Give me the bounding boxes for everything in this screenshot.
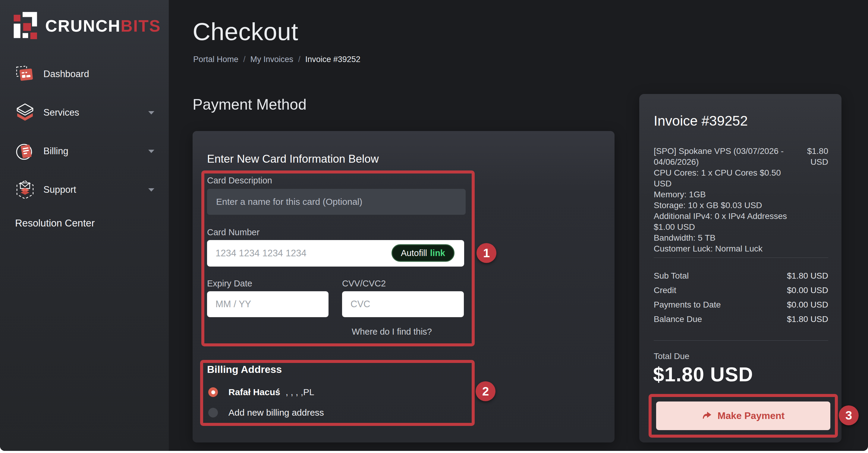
breadcrumb-separator: /	[243, 55, 246, 64]
billing-address-detail: , , , ,PL	[286, 387, 314, 397]
add-billing-address-label: Add new billing address	[228, 408, 324, 418]
breadcrumb-separator: /	[298, 55, 301, 64]
divider	[654, 258, 828, 258]
sidebar-item-label: Support	[43, 184, 76, 195]
card-number-label: Card Number	[207, 227, 259, 237]
card-form-panel: Enter New Card Information Below Card De…	[193, 131, 615, 443]
subtotal-row: Sub Total $1.80 USD	[654, 269, 828, 283]
radio-unselected-icon[interactable]	[208, 408, 218, 417]
invoice-summary-panel: Invoice #39252 [SPO] Spokane VPS (03/07/…	[639, 94, 841, 443]
sidebar-item-support[interactable]: Support	[0, 170, 169, 209]
sidebar-item-billing[interactable]: Billing	[0, 132, 169, 170]
annotation-badge-3: 3	[839, 406, 859, 425]
credit-row: Credit $0.00 USD	[654, 283, 828, 298]
sidebar-item-label: Dashboard	[43, 69, 89, 79]
chevron-down-icon	[148, 188, 154, 192]
chevron-down-icon	[148, 150, 154, 153]
autofill-brand: link	[430, 248, 445, 258]
breadcrumb: Portal Home / My Invoices / Invoice #392…	[193, 55, 361, 64]
cvc-input[interactable]	[342, 291, 464, 317]
card-description-input[interactable]	[207, 189, 466, 215]
billing-address-name: Rafał Hacuś	[228, 387, 280, 397]
make-payment-label: Make Payment	[718, 410, 784, 421]
card-form-title: Enter New Card Information Below	[207, 153, 379, 165]
sidebar-resolution-center: Resolution Center	[0, 209, 169, 229]
crunchbits-logo-text: CRUNCHBITS	[45, 16, 161, 36]
total-due-value: $1.80 USD	[653, 363, 753, 386]
cvc-field	[342, 291, 464, 317]
invoice-line-item: [SPO] Spokane VPS (03/07/2026 - 04/06/20…	[654, 146, 828, 254]
payment-method-heading: Payment Method	[193, 96, 307, 113]
sidebar-nav: Dashboard Services	[0, 55, 169, 209]
billing-address-option-existing[interactable]: Rafał Hacuś , , , ,PL	[208, 387, 314, 397]
breadcrumb-current: Invoice #39252	[305, 55, 361, 64]
autofill-label: Autofill	[401, 248, 427, 258]
expiry-date-label: Expiry Date	[207, 279, 252, 289]
crunchbits-logo-icon	[12, 11, 40, 40]
expiry-date-field	[207, 291, 329, 317]
support-icon	[15, 180, 35, 200]
invoice-title: Invoice #39252	[654, 112, 748, 129]
card-number-field: Autofill link	[207, 240, 464, 266]
invoice-totals: Sub Total $1.80 USD Credit $0.00 USD Pay…	[654, 269, 828, 326]
resolution-center-link[interactable]: Resolution Center	[15, 218, 95, 229]
app-window: CRUNCHBITS Dashboard	[0, 0, 868, 451]
total-due-label: Total Due	[654, 352, 689, 361]
cvv-label: CVV/CVC2	[342, 279, 386, 289]
annotation-badge-2: 2	[475, 381, 495, 401]
breadcrumb-my-invoices[interactable]: My Invoices	[250, 55, 293, 64]
sidebar: CRUNCHBITS Dashboard	[0, 0, 169, 451]
billing-icon	[15, 141, 35, 161]
billing-address-heading: Billing Address	[207, 363, 282, 375]
autofill-link-button[interactable]: Autofill link	[392, 244, 455, 262]
payments-to-date-row: Payments to Date $0.00 USD	[654, 298, 828, 312]
make-payment-button[interactable]: Make Payment	[656, 401, 830, 430]
chevron-down-icon	[148, 111, 154, 115]
services-icon	[15, 103, 35, 123]
page-title: Checkout	[193, 18, 298, 46]
billing-address-option-add-new[interactable]: Add new billing address	[208, 408, 324, 418]
sidebar-item-label: Services	[43, 107, 79, 118]
annotation-badge-1: 1	[476, 243, 496, 263]
sidebar-item-dashboard[interactable]: Dashboard	[0, 55, 169, 93]
payment-arrow-icon	[702, 411, 712, 421]
breadcrumb-portal-home[interactable]: Portal Home	[193, 55, 239, 64]
dashboard-icon	[15, 64, 35, 84]
expiry-date-input[interactable]	[207, 291, 329, 317]
crunchbits-logo[interactable]: CRUNCHBITS	[0, 0, 169, 40]
cvv-help-link[interactable]: Where do I find this?	[352, 327, 432, 337]
card-description-label: Card Description	[207, 175, 272, 186]
invoice-item-description: [SPO] Spokane VPS (03/07/2026 - 04/06/20…	[654, 146, 794, 254]
balance-due-row: Balance Due $1.80 USD	[654, 312, 828, 326]
sidebar-item-label: Billing	[43, 146, 68, 157]
sidebar-item-services[interactable]: Services	[0, 93, 169, 132]
radio-selected-icon[interactable]	[208, 387, 218, 397]
invoice-item-amount: $1.80 USD	[797, 146, 828, 254]
